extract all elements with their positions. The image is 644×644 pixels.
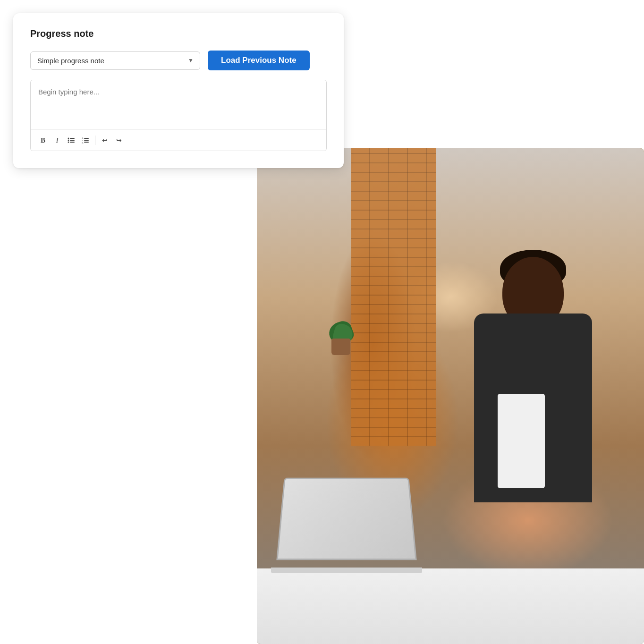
editor-toolbar: B I 1. 2. 3. — [31, 129, 326, 151]
svg-rect-7 — [84, 138, 89, 139]
svg-text:3.: 3. — [82, 142, 84, 144]
svg-point-2 — [68, 140, 69, 141]
card-title: Progress note — [30, 28, 327, 39]
background-photo — [257, 148, 644, 644]
editor-area: B I 1. 2. 3. — [30, 80, 327, 151]
svg-rect-1 — [70, 138, 75, 139]
brick-wall — [351, 148, 436, 446]
plant — [327, 322, 355, 355]
note-editor[interactable] — [31, 80, 326, 127]
italic-button[interactable]: I — [51, 134, 64, 147]
progress-note-card: Progress note Simple progress note SOAP … — [13, 13, 344, 168]
laptop-illustration — [280, 469, 446, 573]
svg-rect-11 — [84, 142, 89, 143]
bold-button[interactable]: B — [36, 134, 50, 147]
note-type-select[interactable]: Simple progress note SOAP note DAP note … — [30, 51, 200, 70]
svg-rect-9 — [84, 140, 89, 141]
note-type-select-wrapper: Simple progress note SOAP note DAP note … — [30, 51, 200, 70]
load-previous-note-button[interactable]: Load Previous Note — [208, 51, 310, 70]
undo-button[interactable]: ↩ — [98, 134, 111, 147]
redo-button[interactable]: ↪ — [112, 134, 126, 147]
svg-rect-3 — [70, 140, 75, 141]
svg-point-4 — [68, 142, 69, 143]
controls-row: Simple progress note SOAP note DAP note … — [30, 51, 327, 70]
person-illustration — [427, 257, 606, 587]
toolbar-separator — [95, 136, 95, 145]
svg-point-0 — [68, 138, 69, 139]
ordered-list-button[interactable]: 1. 2. 3. — [79, 134, 92, 147]
svg-rect-5 — [70, 142, 75, 143]
unordered-list-button[interactable] — [65, 134, 78, 147]
